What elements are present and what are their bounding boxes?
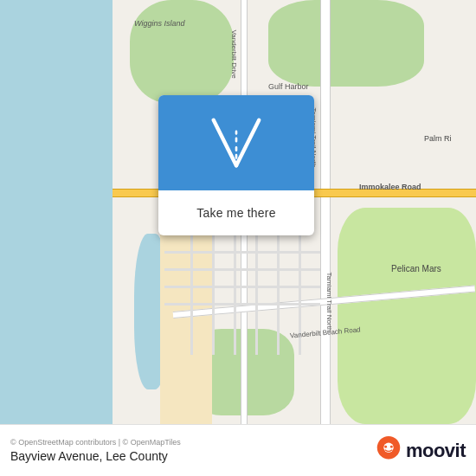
green-area-3	[338, 208, 476, 424]
pelican-mars-label: Pelican Mars	[391, 264, 441, 273]
gulf-harbor-label: Gulf Harbor	[268, 82, 309, 91]
street-h1	[164, 251, 320, 254]
tooltip-button-area: Take me there	[158, 190, 314, 235]
moovit-pin-icon	[376, 436, 401, 466]
vanderbilt-drive-label: Vanderbilt Drive	[230, 30, 238, 79]
tamiami-trail-label-2: Tamiami Trail North	[325, 273, 333, 332]
wiggins-island-label: Wiggins Island	[134, 19, 184, 28]
tooltip-icon-area	[158, 95, 314, 190]
palm-ri-label: Palm Ri	[424, 134, 452, 143]
street-v3	[234, 225, 236, 355]
tooltip-card: Take me there	[158, 95, 314, 235]
street-h2	[164, 268, 320, 271]
bottom-left: © OpenStreetMap contributors | © OpenMap…	[10, 438, 181, 463]
street-v2	[212, 225, 215, 355]
road-tamiami	[320, 0, 331, 424]
green-area-1	[130, 0, 234, 104]
svg-line-1	[236, 120, 259, 166]
street-v5	[277, 225, 280, 355]
svg-point-8	[390, 445, 393, 447]
svg-line-0	[214, 120, 236, 166]
street-v4	[255, 225, 258, 355]
bottom-bar: © OpenStreetMap contributors | © OpenMap…	[0, 424, 476, 476]
location-name: Bayview Avenue, Lee County	[10, 449, 181, 463]
attribution-text: © OpenStreetMap contributors | © OpenMap…	[10, 438, 181, 447]
svg-point-7	[384, 445, 387, 447]
immokalee-road-label: Immokalee Road	[359, 183, 421, 191]
green-area-2	[268, 0, 424, 87]
moovit-brand-text: moovit	[406, 440, 466, 462]
moovit-logo[interactable]: moovit	[376, 436, 466, 466]
map-container: Wiggins Island Gulf Harbor Immokalee Roa…	[0, 0, 476, 476]
beach-strip	[160, 225, 212, 424]
road-icon	[206, 113, 267, 173]
street-h4	[164, 303, 320, 306]
street-h3	[164, 286, 320, 288]
take-me-there-button[interactable]: Take me there	[169, 199, 304, 227]
street-v1	[190, 225, 193, 355]
